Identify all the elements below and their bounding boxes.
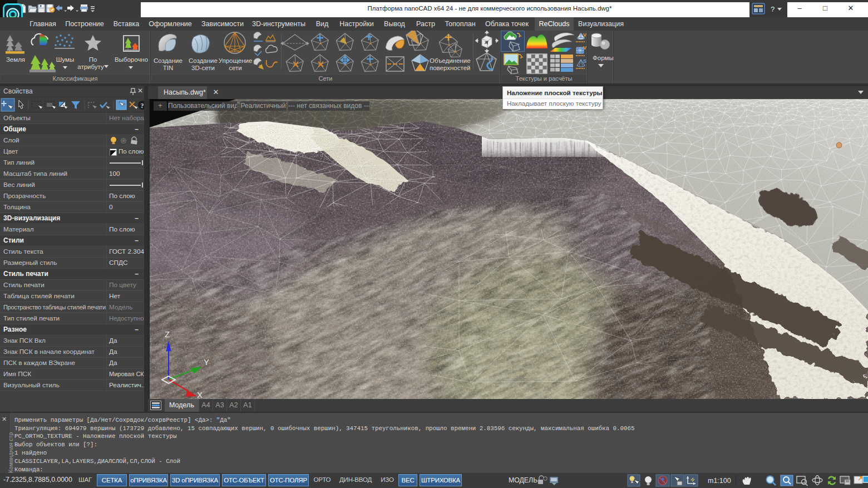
svg-text:X: X: [197, 390, 203, 399]
svg-text:m1:100: m1:100: [708, 477, 731, 485]
svg-text:S: S: [583, 58, 586, 64]
svg-text:Формы: Формы: [593, 55, 614, 61]
svg-text:?: ?: [771, 5, 775, 13]
svg-text:?: ?: [141, 102, 144, 110]
svg-text:V: V: [583, 32, 586, 38]
svg-text:Z: Z: [165, 329, 170, 339]
svg-text:Y: Y: [204, 357, 209, 367]
svg-text:V: V: [583, 45, 586, 51]
